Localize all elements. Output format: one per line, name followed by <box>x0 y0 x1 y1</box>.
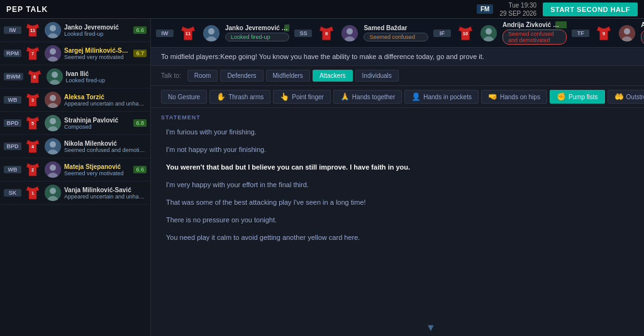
rating-badge: 7.2 <box>555 21 567 28</box>
avatar <box>45 22 61 38</box>
svg-point-26 <box>50 165 56 171</box>
rating-badge: 6.6 <box>133 26 147 34</box>
player-name: Sargej Milinković-Savić <box>64 47 131 54</box>
avatar <box>47 68 63 85</box>
fm-badge: FM <box>477 4 493 14</box>
player-status: Seemed very motivated <box>64 170 131 176</box>
gesture-hands-in-pockets[interactable]: 👤Hands in pockets <box>404 90 479 104</box>
tab-room[interactable]: Room <box>187 70 218 82</box>
avatar <box>45 45 61 62</box>
statement-item[interactable]: You weren't that bad but I believe you c… <box>161 160 644 175</box>
statement-item[interactable]: I'm not happy with your finishing. <box>161 142 644 157</box>
gesture-point-finger[interactable]: 👆Point finger <box>273 90 331 104</box>
tabs-row: Talk to: RoomDefendersMidfieldersAttacke… <box>151 66 644 86</box>
shirt-icon: 4 <box>24 138 42 155</box>
left-player-row[interactable]: WB 3 Aleksa Torzić Appeared uncertain an… <box>0 89 150 112</box>
tab-defenders[interactable]: Defenders <box>220 70 263 82</box>
left-player-row[interactable]: BWM 6 Ivan Ilić Looked fired-up <box>0 65 150 89</box>
gesture-pump-fists[interactable]: ✊Pump fists <box>550 90 605 104</box>
position-badge: WB <box>4 96 21 104</box>
gesture-icon: 👤 <box>411 92 421 101</box>
statement-label: STATEMENT <box>161 114 644 121</box>
gesture-outstretched-arms[interactable]: 🤲Outstretched arms <box>608 90 644 104</box>
shirt-icon: 3 <box>24 91 42 109</box>
pep-talk-title: PEP TALK <box>6 5 48 14</box>
player-info: Janko Jevremović Looked fired-up <box>64 24 131 37</box>
player-name: Andrija Živković 7.2 <box>502 21 567 28</box>
player-info: Samed Baždar Seemed confused <box>364 24 428 41</box>
player-name: Janko Jevremović <box>64 24 131 31</box>
svg-text:10: 10 <box>463 31 468 36</box>
svg-point-22 <box>50 141 56 148</box>
svg-text:5: 5 <box>31 121 34 126</box>
gesture-icon: ✋ <box>216 92 226 101</box>
svg-text:9: 9 <box>602 31 605 36</box>
player-status: Seemed confused and demotivated <box>502 30 567 45</box>
statement-item[interactable]: I'm very happy with your effort in the f… <box>161 177 644 192</box>
left-player-row[interactable]: BPD 5 Strahinja Pavlović Composed 6.8 <box>0 112 150 135</box>
position-badge: BPD <box>4 119 21 127</box>
player-status: Looked fired-up <box>64 31 131 37</box>
player-info: Mateja Stjepanović Seemed very motivated <box>64 163 131 176</box>
player-name: Ivan Ilić <box>66 70 147 77</box>
left-player-row[interactable]: WB 2 Mateja Stjepanović Seemed very moti… <box>0 158 150 182</box>
avatar <box>45 185 61 201</box>
tab-attackers[interactable]: Attackers <box>313 70 353 82</box>
svg-point-10 <box>52 72 58 78</box>
shirt-icon: 11 <box>24 21 42 39</box>
svg-point-38 <box>347 28 353 35</box>
svg-text:7: 7 <box>31 51 34 56</box>
rating-badge: 6.7 <box>133 50 147 57</box>
statement-item[interactable]: You need play it calm to avoid getting a… <box>161 230 644 245</box>
shirt-icon: 6 <box>26 68 43 85</box>
tab-midfielders[interactable]: Midfielders <box>266 70 310 82</box>
statement-item[interactable]: That was some of the best attacking play… <box>161 195 644 210</box>
center-panel: IW 11 Janko Jevremović 6.6 Looked fired-… <box>151 19 644 336</box>
player-status: Seemed confused <box>364 33 428 41</box>
gesture-icon: ✊ <box>557 92 566 101</box>
statement-item[interactable]: There is no pressure on you tonight. <box>161 212 644 227</box>
gesture-hands-together[interactable]: 🙏Hands together <box>333 90 402 104</box>
position-badge: BWM <box>4 73 23 80</box>
position-badge: BPD <box>4 143 21 150</box>
gesture-no-gesture[interactable]: No Gesture <box>161 90 207 104</box>
shirt-icon: 8 <box>317 24 336 43</box>
player-name: Nikola Milenković <box>64 140 147 147</box>
left-player-row[interactable]: IW 11 Janko Jevremović Looked fired-up 6… <box>0 19 150 42</box>
position-badge: IF <box>433 30 451 37</box>
left-player-row[interactable]: SK 1 Vanja Milinković-Savić Appeared unc… <box>0 182 150 205</box>
player-status: Looked fired-up <box>225 33 289 41</box>
pep-talk-message: To midfield players:Keep going! You know… <box>161 53 484 60</box>
rating-badge: 6.6 <box>284 24 290 31</box>
svg-point-2 <box>50 25 56 31</box>
player-name: Aleksa Torzić <box>64 94 147 100</box>
svg-text:6: 6 <box>33 75 36 79</box>
player-name: Strahinja Pavlović <box>64 117 131 124</box>
avatar <box>203 25 219 41</box>
player-status: Seemed very motivated <box>64 54 131 60</box>
svg-point-6 <box>50 48 56 55</box>
statement-item[interactable]: I'm furious with your finishing. <box>161 124 644 139</box>
top-player-card[interactable]: TF 9 Aleksandar Mitrović 9.3 Seemed conf… <box>572 21 644 45</box>
left-player-row[interactable]: BPD 4 Nikola Milenković Seemed confused … <box>0 135 150 158</box>
position-badge: RPM <box>4 50 21 57</box>
player-status: Looked fired-up <box>66 77 147 84</box>
top-player-card[interactable]: IF 10 Andrija Živković 7.2 Seemed confus… <box>433 21 567 45</box>
position-badge: SS <box>294 30 312 37</box>
svg-text:3: 3 <box>31 98 34 102</box>
shirt-icon: 2 <box>24 161 42 178</box>
tab-individuals[interactable]: Individuals <box>355 70 399 82</box>
start-second-half-button[interactable]: START SECOND HALF <box>543 3 638 16</box>
main-layout: IW 11 Janko Jevremović Looked fired-up 6… <box>0 19 644 336</box>
gesture-hands-on-hips[interactable]: 🤜Hands on hips <box>481 90 547 104</box>
top-player-card[interactable]: IW 11 Janko Jevremović 6.6 Looked fired-… <box>156 21 289 45</box>
gesture-thrash-arms[interactable]: ✋Thrash arms <box>209 90 270 104</box>
avatar <box>45 138 61 154</box>
gesture-icon: 🤲 <box>614 92 624 101</box>
top-player-card[interactable]: SS 8 Samed Baždar Seemed confused <box>294 21 428 45</box>
pep-talk-header: To midfield players:Keep going! You know… <box>151 48 644 66</box>
svg-text:2: 2 <box>31 168 34 172</box>
shirt-icon: 5 <box>24 114 42 132</box>
left-player-row[interactable]: RPM 7 Sargej Milinković-Savić Seemed ver… <box>0 42 150 65</box>
statements-panel: STATEMENT I'm furious with your finishin… <box>151 108 644 320</box>
